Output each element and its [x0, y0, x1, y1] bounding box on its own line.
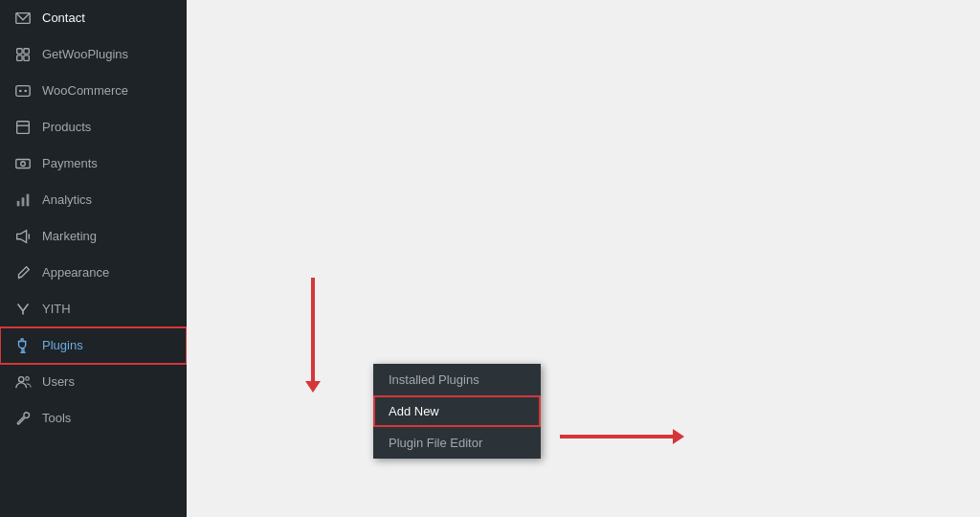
svg-rect-2 [24, 49, 29, 54]
sidebar-item-users[interactable]: Users [0, 364, 187, 400]
sidebar-item-getwoo-label: GetWooPlugins [42, 46, 128, 63]
svg-rect-8 [17, 122, 30, 134]
svg-rect-13 [22, 197, 25, 206]
sidebar-item-products-label: Products [42, 119, 91, 136]
submenu-plugin-file-editor[interactable]: Plugin File Editor [373, 427, 541, 459]
svg-point-21 [26, 377, 30, 381]
submenu-installed-plugins[interactable]: Installed Plugins [373, 364, 541, 395]
svg-rect-10 [16, 160, 30, 169]
box-icon [13, 118, 33, 137]
sidebar-item-tools[interactable]: Tools [0, 400, 187, 437]
sidebar-item-appearance[interactable]: Appearance [0, 255, 187, 291]
svg-point-6 [19, 90, 22, 93]
mail-icon [13, 9, 33, 28]
annotation-arrow-down [311, 278, 315, 383]
sidebar-item-woo-label: WooCommerce [42, 82, 128, 100]
yith-icon [13, 300, 33, 319]
sidebar-item-analytics[interactable]: Analytics [0, 182, 187, 218]
svg-rect-1 [17, 49, 22, 54]
sidebar-item-products[interactable]: Products [0, 109, 187, 146]
sidebar-item-tools-label: Tools [42, 410, 71, 427]
sidebar-item-plugins-label: Plugins [42, 337, 83, 354]
sidebar-item-payments-label: Payments [42, 155, 98, 172]
svg-rect-5 [16, 86, 30, 97]
puzzle-icon [13, 45, 33, 64]
woo-icon [13, 81, 33, 101]
plugins-submenu: Installed Plugins Add New Plugin File Ed… [373, 364, 541, 459]
main-content: Installed Plugins Add New Plugin File Ed… [187, 0, 980, 517]
sidebar: Contact GetWooPlugins WooCommerce Produc… [0, 0, 187, 517]
sidebar-item-marketing-label: Marketing [42, 228, 97, 245]
sidebar-item-yith[interactable]: YITH [0, 291, 187, 327]
svg-rect-14 [27, 194, 30, 207]
sidebar-item-analytics-label: Analytics [42, 191, 92, 209]
svg-point-11 [21, 162, 26, 167]
sidebar-item-yith-label: YITH [42, 301, 71, 318]
chart-icon [13, 191, 33, 210]
tools-icon [13, 409, 33, 428]
sidebar-item-marketing[interactable]: Marketing [0, 218, 187, 255]
svg-point-20 [19, 377, 24, 382]
sidebar-item-woocommerce[interactable]: WooCommerce [0, 73, 187, 109]
sidebar-item-appearance-label: Appearance [42, 264, 109, 281]
sidebar-item-users-label: Users [42, 373, 75, 391]
svg-rect-3 [17, 56, 22, 60]
megaphone-icon [13, 227, 33, 246]
svg-point-7 [24, 90, 27, 93]
annotation-arrow-right [560, 435, 675, 438]
sidebar-item-contact-label: Contact [42, 10, 85, 27]
sidebar-item-payments[interactable]: Payments [0, 146, 187, 182]
brush-icon [13, 263, 33, 282]
users-icon [13, 372, 33, 392]
plugin-icon [13, 336, 33, 355]
svg-rect-12 [17, 201, 20, 206]
svg-rect-4 [24, 56, 29, 60]
sidebar-item-plugins[interactable]: Plugins [0, 327, 187, 364]
svg-marker-15 [17, 231, 27, 243]
submenu-add-new[interactable]: Add New [373, 395, 541, 427]
dollar-icon [13, 154, 33, 173]
sidebar-item-getwoo[interactable]: GetWooPlugins [0, 36, 187, 73]
sidebar-item-contact[interactable]: Contact [0, 0, 187, 36]
